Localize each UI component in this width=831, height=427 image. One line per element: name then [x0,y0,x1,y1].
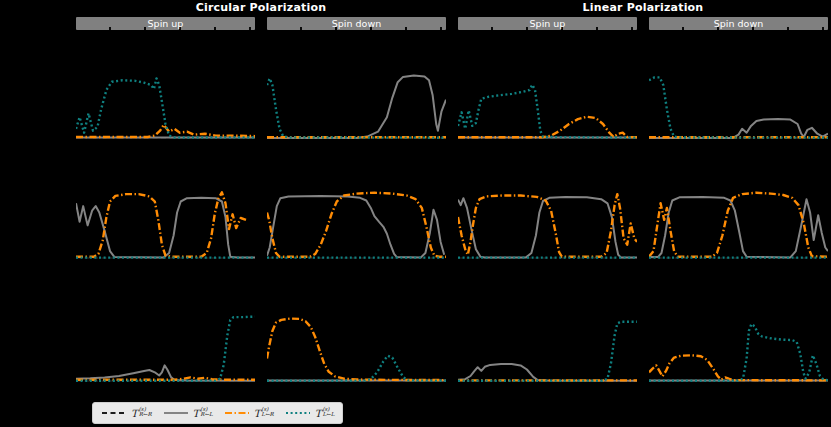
legend-label-T-R-from-L: T(s)R←L [193,408,213,419]
figure-canvas: Circular Polarization Linear Polarizatio… [0,0,831,427]
title-circular-polarization: Circular Polarization [76,1,446,14]
legend-item-T-L-from-L: T(s)L←L [285,408,335,419]
plot-panel-row3-col2 [267,283,446,383]
column-header-circular-spin-up: Spin up [76,17,255,30]
title-linear-polarization: Linear Polarization [458,1,828,14]
legend-line-sample-RL [163,409,189,417]
plot-panel-row3-col4 [649,283,828,383]
plot-panel-row1-col4 [649,35,828,140]
column-header-circular-spin-down: Spin down [267,17,446,30]
plot-panel-row2-col4 [649,160,828,260]
legend-label-T-L-from-R: T(s)L←R [254,408,274,419]
legend-item-T-R-from-L: T(s)R←L [163,408,213,419]
column-header-linear-spin-up: Spin up [458,17,637,30]
plot-panel-row1-col1 [76,35,255,140]
legend-line-sample-LL [285,409,311,417]
legend-label-T-L-from-L: T(s)L←L [315,408,335,419]
plot-panel-row3-col3 [458,283,637,383]
legend-item-T-L-from-R: T(s)L←R [224,408,274,419]
plot-panel-row1-col3 [458,35,637,140]
legend: T(s)R←R T(s)R←L T(s)L←R T(s)L←L [92,402,343,424]
plot-panel-row2-col3 [458,160,637,260]
column-header-linear-spin-down: Spin down [649,17,828,30]
plot-panel-row3-col1 [76,283,255,383]
legend-line-sample-RR [101,409,127,417]
plot-panel-row1-col2 [267,35,446,140]
legend-label-T-R-from-R: T(s)R←R [131,408,152,419]
plot-panel-row2-col2 [267,160,446,260]
legend-item-T-R-from-R: T(s)R←R [101,408,152,419]
plot-panel-row2-col1 [76,160,255,260]
legend-line-sample-LR [224,409,250,417]
